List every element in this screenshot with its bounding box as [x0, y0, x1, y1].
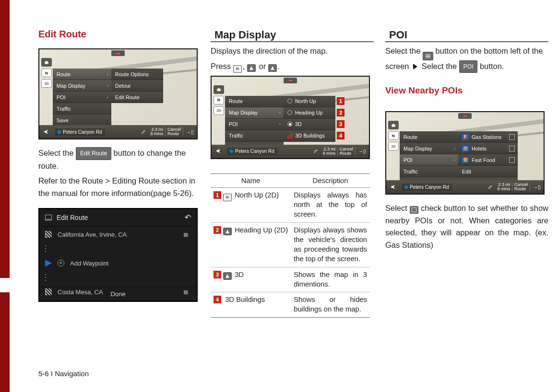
zoom-icon: ⤢: [310, 148, 321, 154]
heading-up-icon: [247, 64, 256, 72]
compass-icon: N: [41, 69, 52, 77]
callout-marker-2: 2: [337, 109, 344, 116]
row-number-badge: 3: [214, 271, 221, 278]
submenu-3d-buildings: 3D Buildings: [284, 130, 335, 142]
table-head-name: Name: [211, 173, 291, 187]
scale-indicator: 20: [41, 79, 52, 88]
gas-icon: ⛽: [462, 134, 469, 140]
menu-traffic: Traffic: [225, 130, 284, 142]
menu-map-display: Map Display‹: [225, 107, 284, 119]
page-content: Edit Route 🚗 N 20 Route‹ Map Display› PO…: [38, 0, 547, 318]
heading-3d-icon: [268, 64, 277, 72]
column-edit-route: Edit Route 🚗 N 20 Route‹ Map Display› PO…: [38, 29, 199, 318]
submenu-3d: 3D: [284, 119, 335, 130]
scale-indicator: 20: [388, 142, 399, 150]
cancel-route-label: CancelRoute: [512, 183, 530, 191]
menu-map-display: Map Display›: [53, 80, 111, 92]
road-label: Peters Canyon Rd: [55, 128, 105, 136]
menu-poi: POI‹: [400, 154, 458, 166]
menu-traffic: Traffic: [53, 103, 111, 115]
heading-edit-route: Edit Route: [38, 29, 199, 40]
car-icon: 🚗: [284, 78, 297, 83]
row-number-badge: 2: [214, 226, 221, 234]
poi-hotels: 🏨Hotels: [458, 143, 518, 154]
flag-start-icon: [45, 231, 52, 238]
poi-fast-food: 🍔Fast Food: [458, 154, 518, 166]
submenu-north-up: North Up: [284, 96, 335, 107]
table-row: 3 3D Shows the map in 3 dimentions.: [211, 267, 370, 292]
scale-indicator: 20: [214, 106, 224, 115]
route-dots-2: [39, 270, 197, 285]
north-up-icon: N: [223, 194, 232, 201]
column-map-display: Map Display Displays the direction of th…: [211, 29, 374, 318]
food-icon: 🍔: [462, 157, 469, 163]
distance-label: 2.3 mi8 mins: [321, 147, 337, 156]
screenshot-edit-route-list: Edit Route↶ California Ave, Irvine, CA▦ …: [38, 208, 198, 302]
row-number-badge: 4: [214, 296, 221, 303]
back-icon: ↶: [185, 213, 191, 222]
menu-map-display: Map Display›: [400, 143, 458, 154]
poi-desc-1: Select the button on the bottom left of …: [385, 45, 548, 73]
table-row: 4 3D Buildings Shows or hides buildings …: [211, 292, 370, 318]
compass-icon: N: [214, 96, 224, 104]
page-footer: 5-6 I Navigation: [38, 369, 89, 378]
checkbox-icon: [509, 134, 515, 140]
submenu-edit-route: Edit Route: [111, 92, 163, 103]
column-poi: POI Select the button on the bottom left…: [385, 29, 548, 318]
heading-map-display: Map Display: [211, 29, 374, 42]
poi-desc-2: Select check button to set whether to sh…: [385, 202, 548, 251]
hotel-icon: 🏨: [462, 146, 469, 151]
route-dots: [39, 242, 197, 256]
callout-marker-3: 3: [337, 120, 344, 128]
menu-collapse-icon: ⮜: [39, 129, 53, 135]
compass-icon: N: [388, 131, 399, 140]
edit-route-button-badge: Edit Route: [76, 147, 111, 160]
checkbox-icon: [509, 157, 515, 163]
home-icon: [388, 121, 399, 129]
menu-poi: POI›: [53, 92, 111, 103]
poi-gas-stations: ⛽Gas Stations: [458, 131, 518, 143]
submenu-route-options: Route Options: [111, 69, 163, 80]
heading-up-icon: [223, 228, 232, 235]
screenshot-poi: 🚗 N 20 Route Map Display› POI‹ Traffic S…: [385, 111, 545, 195]
north-up-icon: N: [233, 65, 242, 73]
menu-poi: POI›: [225, 119, 284, 130]
screenshot-edit-route-menu: 🚗 N 20 Route‹ Map Display› POI› Traffic …: [38, 48, 198, 139]
heading-poi: POI: [385, 29, 548, 42]
edit-route-title: Edit Route: [57, 214, 88, 221]
screenshot-map-display: 🚗 N 20 Route Map Display‹ POI› Traffic S…: [211, 76, 370, 159]
submenu-detour: Detour: [111, 80, 163, 92]
submenu-heading-up: Heading Up: [284, 107, 335, 119]
car-icon: 🚗: [458, 113, 472, 119]
checkbox-icon: [509, 146, 515, 151]
menu-route: Route: [225, 96, 284, 107]
menu-route: Route‹: [53, 69, 111, 80]
page-accent-bar: [0, 0, 10, 392]
tray-icon: →▯: [356, 149, 369, 154]
route-item-1: California Ave, Irvine, CA▦: [39, 227, 197, 242]
waypoint-arrow-icon: [45, 260, 52, 266]
table-row: 1N North Up (2D) Displays always has nor…: [211, 187, 370, 222]
road-label: Peters Canyon Rd: [227, 148, 277, 155]
callout-marker-1: 1: [337, 97, 344, 105]
distance-label: 2.3 mi8 mins: [148, 127, 165, 136]
poi-edit: Edit: [458, 166, 518, 177]
distance-label: 2.3 mi8 mins: [495, 183, 512, 191]
home-icon: [41, 58, 52, 67]
callout-marker-4: 4: [337, 132, 344, 139]
table-head-desc: Description: [291, 173, 370, 187]
table-row: 2 Heading Up (2D) Displays always shows …: [211, 222, 370, 267]
edit-route-desc-1: Select the Edit Route button to change t…: [38, 147, 199, 172]
heading-3d-icon: [223, 272, 232, 280]
car-icon: 🚗: [111, 50, 125, 56]
map-display-desc-1: Displays the direction of the map.: [211, 45, 374, 58]
cancel-route-label: CancelRoute: [337, 147, 356, 156]
menu-icon: [423, 52, 433, 60]
cancel-route-label: CancelRoute: [165, 127, 183, 136]
home-icon: [214, 85, 224, 94]
tray-icon: →▯: [183, 129, 197, 135]
zoom-icon: ⤢: [485, 184, 495, 190]
poi-button-badge: POI: [459, 60, 478, 73]
route-icon: [45, 215, 52, 220]
map-display-desc-2: Press N, or .: [211, 60, 374, 73]
